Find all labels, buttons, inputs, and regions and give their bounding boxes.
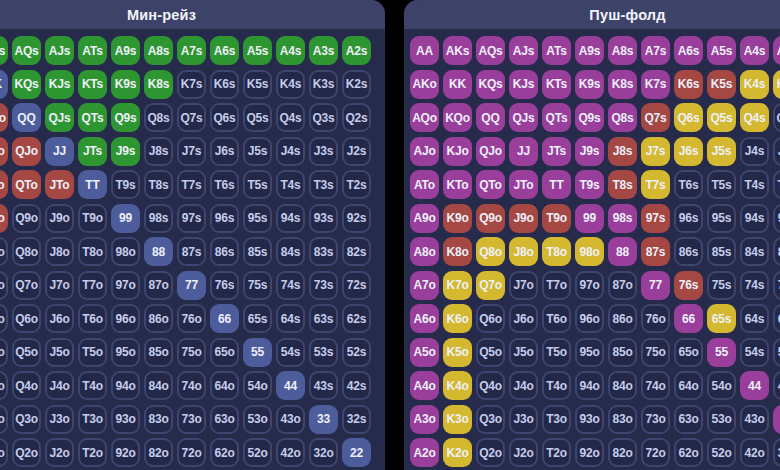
- push-fold-chart-title: Пуш-фолд: [589, 7, 665, 23]
- hand-cell-A3s: A3s: [773, 36, 780, 65]
- hand-cell-32o: 32o: [773, 438, 780, 467]
- hand-cell-53s: 53s: [773, 338, 780, 367]
- hand-cell-88: 88: [144, 237, 173, 266]
- hand-cell-A4s: A4s: [276, 36, 305, 65]
- hand-cell-92o: 92o: [111, 438, 140, 467]
- hand-cell-43o: 43o: [276, 405, 305, 434]
- hand-cell-96s: 96s: [210, 204, 239, 233]
- hand-cell-A6s: A6s: [674, 36, 703, 65]
- hand-cell-T2s: T2s: [342, 170, 371, 199]
- hand-cell-42o: 42o: [276, 438, 305, 467]
- hand-cell-Q6o: Q6o: [476, 304, 505, 333]
- hand-cell-ATo: ATo: [410, 170, 439, 199]
- hand-cell-K7s: K7s: [177, 70, 206, 99]
- hand-cell-KTs: KTs: [542, 70, 571, 99]
- hand-cell-T5o: T5o: [78, 338, 107, 367]
- hand-cell-82o: 82o: [608, 438, 637, 467]
- hand-cell-JJ: JJ: [45, 137, 74, 166]
- hand-cell-A5s: A5s: [243, 36, 272, 65]
- hand-cell-K9s: K9s: [575, 70, 604, 99]
- hand-cell-63o: 63o: [674, 405, 703, 434]
- hand-cell-66: 66: [210, 304, 239, 333]
- push-fold-chart-header: Пуш-фолд: [404, 0, 780, 29]
- hand-cell-85o: 85o: [608, 338, 637, 367]
- hand-cell-KK: KK: [0, 70, 8, 99]
- hand-cell-A9o: A9o: [410, 204, 439, 233]
- hand-cell-T3o: T3o: [78, 405, 107, 434]
- screen: { "charts": [ { "id": "min-raise", "titl…: [0, 0, 780, 470]
- hand-cell-Q7s: Q7s: [177, 103, 206, 132]
- hand-cell-T5s: T5s: [707, 170, 736, 199]
- hand-cell-43s: 43s: [309, 371, 338, 400]
- hand-cell-72o: 72o: [177, 438, 206, 467]
- hand-cell-QJo: QJo: [476, 137, 505, 166]
- hand-cell-Q9o: Q9o: [476, 204, 505, 233]
- hand-cell-73s: 73s: [309, 271, 338, 300]
- hand-cell-J7o: J7o: [509, 271, 538, 300]
- hand-cell-94o: 94o: [575, 371, 604, 400]
- hand-cell-32o: 32o: [309, 438, 338, 467]
- hand-cell-AKo: AKo: [410, 70, 439, 99]
- hand-cell-A6s: A6s: [210, 36, 239, 65]
- hand-cell-A3s: A3s: [309, 36, 338, 65]
- hand-cell-96o: 96o: [575, 304, 604, 333]
- hand-cell-44: 44: [276, 371, 305, 400]
- hand-cell-KQs: KQs: [12, 70, 41, 99]
- hand-cell-96o: 96o: [111, 304, 140, 333]
- min-raise-chart-title: Мин-рейз: [127, 7, 196, 23]
- hand-cell-J6s: J6s: [210, 137, 239, 166]
- hand-cell-Q4o: Q4o: [12, 371, 41, 400]
- hand-cell-53o: 53o: [707, 405, 736, 434]
- hand-cell-J3o: J3o: [509, 405, 538, 434]
- hand-cell-Q5s: Q5s: [243, 103, 272, 132]
- hand-cell-Q7o: Q7o: [476, 271, 505, 300]
- hand-cell-A7o: A7o: [410, 271, 439, 300]
- hand-cell-K5o: K5o: [0, 338, 8, 367]
- hand-cell-97o: 97o: [111, 271, 140, 300]
- hand-cell-Q6s: Q6s: [210, 103, 239, 132]
- hand-cell-Q3s: Q3s: [773, 103, 780, 132]
- hand-cell-J5s: J5s: [707, 137, 736, 166]
- hand-cell-53o: 53o: [243, 405, 272, 434]
- hand-cell-54o: 54o: [243, 371, 272, 400]
- hand-cell-K7o: K7o: [0, 271, 8, 300]
- min-raise-chart-header: Мин-рейз: [0, 0, 385, 29]
- hand-cell-75o: 75o: [641, 338, 670, 367]
- hand-cell-85o: 85o: [144, 338, 173, 367]
- hand-cell-QTs: QTs: [78, 103, 107, 132]
- hand-cell-T7s: T7s: [641, 170, 670, 199]
- hand-cell-T9o: T9o: [78, 204, 107, 233]
- hand-cell-64s: 64s: [276, 304, 305, 333]
- hand-cell-T9s: T9s: [111, 170, 140, 199]
- hand-cell-AJs: AJs: [45, 36, 74, 65]
- hand-cell-K9o: K9o: [443, 204, 472, 233]
- hand-cell-74o: 74o: [641, 371, 670, 400]
- hand-cell-K3s: K3s: [773, 70, 780, 99]
- hand-cell-95s: 95s: [243, 204, 272, 233]
- hand-cell-K9o: K9o: [0, 204, 8, 233]
- hand-cell-QTo: QTo: [12, 170, 41, 199]
- hand-cell-Q6o: Q6o: [12, 304, 41, 333]
- hand-cell-86s: 86s: [674, 237, 703, 266]
- hand-cell-82s: 82s: [342, 237, 371, 266]
- hand-cell-T6o: T6o: [542, 304, 571, 333]
- hand-cell-QJs: QJs: [45, 103, 74, 132]
- push-fold-chart-panel: Пуш-фолд AAAKsAQsAJsATsA9sA8sA7sA6sA5sA4…: [404, 0, 780, 470]
- hand-cell-87s: 87s: [177, 237, 206, 266]
- hand-cell-AA: AA: [410, 36, 439, 65]
- hand-cell-J9o: J9o: [509, 204, 538, 233]
- hand-cell-T4s: T4s: [276, 170, 305, 199]
- hand-cell-K6s: K6s: [210, 70, 239, 99]
- hand-cell-K7o: K7o: [443, 271, 472, 300]
- hand-cell-KQo: KQo: [0, 103, 8, 132]
- hand-cell-KJs: KJs: [509, 70, 538, 99]
- hand-cell-AQo: AQo: [410, 103, 439, 132]
- hand-cell-Q4s: Q4s: [276, 103, 305, 132]
- hand-cell-84s: 84s: [740, 237, 769, 266]
- hand-cell-K2o: K2o: [0, 438, 8, 467]
- hand-cell-T5s: T5s: [243, 170, 272, 199]
- hand-cell-75o: 75o: [177, 338, 206, 367]
- hand-cell-J9s: J9s: [111, 137, 140, 166]
- hand-cell-J2o: J2o: [509, 438, 538, 467]
- push-fold-hand-grid: AAAKsAQsAJsATsA9sA8sA7sA6sA5sA4sA3sAKoKK…: [404, 29, 780, 467]
